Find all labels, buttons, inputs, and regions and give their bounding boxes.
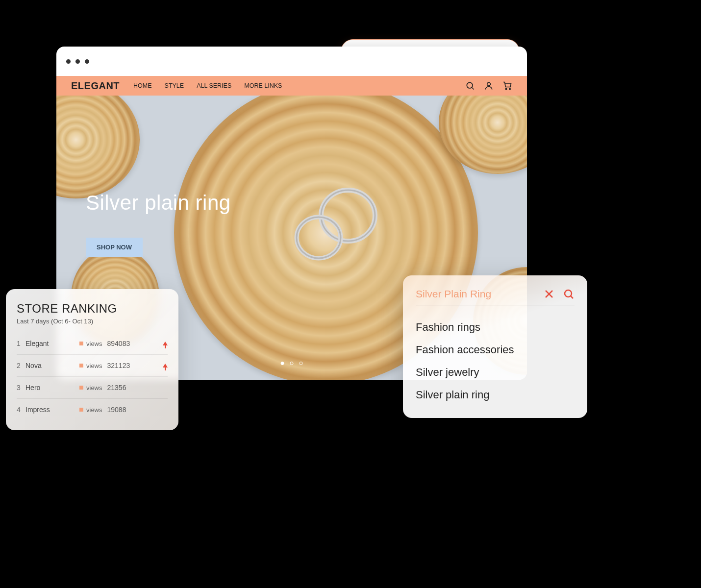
ring-image	[277, 179, 395, 272]
pager-dot-2[interactable]	[290, 362, 294, 365]
views-label: views	[86, 406, 102, 414]
ranking-row[interactable]: 4Impressviews19088	[17, 399, 168, 420]
views-chip-icon	[79, 408, 83, 412]
rank-number: 1	[17, 340, 25, 347]
pager-dot-3[interactable]	[300, 362, 303, 365]
nav-style[interactable]: STYLE	[165, 82, 184, 89]
views-chip-icon	[79, 364, 83, 368]
store-ranking-card: STORE RANKING Last 7 days (Oct 6- Oct 13…	[6, 289, 178, 430]
rank-number: 4	[17, 406, 25, 414]
nav-more-links[interactable]: MORE LINKS	[244, 82, 282, 89]
views-count: 894083	[107, 340, 139, 347]
cart-icon[interactable]	[502, 81, 512, 91]
views-label: views	[86, 362, 102, 369]
nav-all-series[interactable]: ALL SERIES	[197, 82, 231, 89]
svg-point-4	[487, 82, 491, 86]
views-chip-icon	[79, 342, 83, 345]
search-suggestion[interactable]: Silver plain ring	[416, 384, 575, 406]
views-count: 21356	[107, 384, 139, 392]
svg-point-2	[467, 82, 473, 88]
search-panel: Silver Plain Ring Fashion ringsFashion a…	[403, 275, 587, 418]
svg-line-14	[571, 296, 574, 299]
svg-point-8	[321, 190, 375, 241]
rank-store-name: Impress	[25, 406, 79, 414]
site-brand[interactable]: ELEGANT	[71, 80, 120, 92]
arrow-up-icon	[163, 364, 168, 368]
search-suggestion[interactable]: Fashion rings	[416, 316, 575, 339]
svg-line-3	[472, 88, 474, 90]
ranking-row[interactable]: 2Novaviews321123	[17, 355, 168, 377]
nav-links: HOME STYLE ALL SERIES MORE LINKS	[133, 82, 282, 89]
window-close-dot[interactable]	[66, 59, 71, 64]
search-query[interactable]: Silver Plain Ring	[416, 288, 535, 300]
arrow-up-icon	[163, 342, 168, 345]
svg-point-13	[565, 290, 572, 297]
rank-number: 3	[17, 384, 25, 392]
views-label: views	[86, 340, 102, 347]
window-maximize-dot[interactable]	[85, 59, 89, 64]
ranking-row[interactable]: 1Elegantviews894083	[17, 333, 168, 355]
shop-now-button[interactable]: SHOP NOW	[86, 238, 143, 257]
window-minimize-dot[interactable]	[75, 59, 80, 64]
search-suggestion[interactable]: Silver jewelry	[416, 361, 575, 384]
carousel-pager	[281, 362, 303, 365]
user-icon[interactable]	[484, 81, 494, 91]
ranking-subtitle: Last 7 days (Oct 6- Oct 13)	[17, 318, 168, 325]
rank-store-name: Hero	[25, 384, 79, 392]
search-icon[interactable]	[465, 81, 475, 91]
rank-store-name: Elegant	[25, 340, 79, 347]
search-icon[interactable]	[563, 288, 575, 300]
views-label: views	[86, 384, 102, 392]
svg-point-5	[505, 88, 507, 90]
rank-number: 2	[17, 362, 25, 369]
svg-point-6	[509, 88, 511, 90]
views-count: 19088	[107, 406, 139, 414]
search-input-row: Silver Plain Ring	[416, 288, 575, 305]
close-icon[interactable]	[543, 288, 555, 300]
ranking-row[interactable]: 3Heroviews21356	[17, 377, 168, 399]
views-count: 321123	[107, 362, 139, 369]
ranking-title: STORE RANKING	[17, 302, 168, 316]
pager-dot-1[interactable]	[281, 362, 284, 365]
rank-store-name: Nova	[25, 362, 79, 369]
hero-title: Silver plain ring	[86, 191, 231, 215]
views-chip-icon	[79, 386, 83, 390]
window-titlebar	[56, 47, 527, 76]
nav-home[interactable]: HOME	[133, 82, 152, 89]
search-suggestion[interactable]: Fashion accessories	[416, 339, 575, 361]
site-navbar: ELEGANT HOME STYLE ALL SERIES MORE LINKS	[56, 76, 527, 96]
